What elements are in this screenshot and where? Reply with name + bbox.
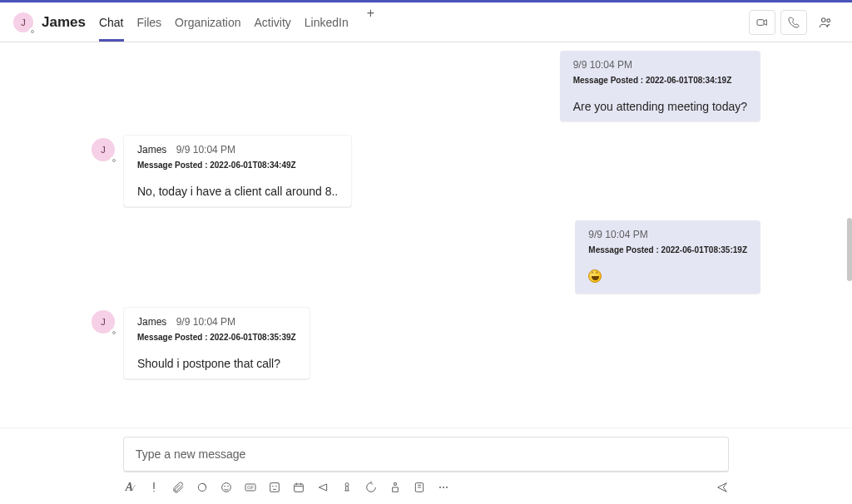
message-time: 9/9 10:04 PM: [588, 229, 747, 240]
presence-status-icon: [110, 329, 117, 336]
contact-name: James: [42, 14, 86, 31]
avatar-initial: J: [101, 317, 106, 327]
message-bubble[interactable]: 9/9 10:04 PM Message Posted : 2022-06-01…: [560, 51, 760, 121]
svg-rect-9: [270, 483, 280, 492]
avatar-initial: J: [101, 145, 106, 155]
message-text: Are you attending meeting today?: [573, 100, 747, 113]
loop-icon[interactable]: [196, 481, 209, 494]
svg-point-6: [228, 486, 229, 487]
message-out: 9/9 10:04 PM Message Posted : 2022-06-01…: [92, 51, 760, 121]
message-avatar[interactable]: J: [92, 310, 115, 334]
tab-organization[interactable]: Organization: [175, 6, 240, 39]
message-input[interactable]: Type a new message: [123, 437, 729, 472]
video-call-button[interactable]: [749, 10, 775, 35]
approvals-icon[interactable]: [389, 481, 402, 494]
tab-activity[interactable]: Activity: [254, 6, 290, 39]
viva-icon[interactable]: [413, 481, 426, 494]
laugh-emoji-icon: [588, 269, 602, 283]
message-posted-label: Message Posted : 2022-06-01T08:35:39Z: [137, 333, 296, 342]
tab-chat[interactable]: Chat: [99, 6, 124, 39]
stream-icon[interactable]: [316, 481, 329, 494]
message-author: James: [137, 144, 166, 156]
people-button[interactable]: [812, 10, 839, 35]
message-bubble[interactable]: James 9/9 10:04 PM Message Posted : 2022…: [123, 307, 310, 379]
message-bubble[interactable]: 9/9 10:04 PM Message Posted : 2022-06-01…: [575, 220, 760, 294]
message-in: J James 9/9 10:04 PM Message Posted : 20…: [92, 307, 760, 379]
svg-point-10: [273, 486, 274, 487]
message-text: No, today i have a client call around 8.…: [137, 185, 338, 198]
svg-rect-0: [757, 19, 764, 25]
sticker-icon[interactable]: [268, 481, 281, 494]
header-actions: [749, 10, 839, 35]
praise-icon[interactable]: [340, 481, 354, 494]
message-author: James: [137, 316, 166, 328]
emoji-icon[interactable]: [220, 481, 233, 494]
svg-point-17: [446, 487, 448, 488]
svg-point-1: [822, 17, 826, 22]
message-time: 9/9 10:04 PM: [573, 59, 747, 71]
attach-icon[interactable]: [171, 481, 185, 494]
message-meta: James 9/9 10:04 PM: [137, 144, 338, 156]
svg-point-13: [345, 483, 349, 487]
presence-status-icon: [28, 27, 37, 36]
svg-point-16: [443, 487, 444, 488]
svg-rect-12: [295, 484, 304, 492]
svg-point-4: [222, 483, 231, 492]
avatar-initial: J: [21, 17, 26, 27]
header-tabs: Chat Files Organization Activity LinkedI…: [99, 6, 374, 39]
priority-icon[interactable]: [147, 481, 161, 494]
message-bubble[interactable]: James 9/9 10:04 PM Message Posted : 2022…: [123, 135, 352, 207]
audio-call-button[interactable]: [780, 10, 807, 35]
message-time: 9/9 10:04 PM: [176, 144, 235, 156]
svg-point-15: [439, 487, 441, 488]
compose-area: Type a new message A∕ GIF: [0, 427, 852, 504]
add-tab-button[interactable]: +: [367, 6, 374, 39]
svg-text:GIF: GIF: [247, 486, 254, 490]
chat-scroll-area[interactable]: 9/9 10:04 PM Message Posted : 2022-06-01…: [0, 42, 852, 427]
svg-point-11: [276, 486, 277, 487]
updates-icon[interactable]: [364, 481, 378, 494]
send-button[interactable]: [716, 481, 729, 494]
scrollbar-thumb[interactable]: [847, 218, 852, 281]
chat-header: J James Chat Files Organization Activity…: [0, 2, 852, 42]
message-meta: James 9/9 10:04 PM: [137, 316, 296, 328]
message-emoji: [588, 269, 747, 285]
svg-point-5: [225, 486, 225, 487]
presence-status-icon: [110, 156, 117, 164]
message-text: Should i postpone that call?: [137, 357, 296, 370]
message-posted-label: Message Posted : 2022-06-01T08:35:19Z: [588, 245, 747, 254]
more-icon[interactable]: [437, 481, 450, 494]
message-out: 9/9 10:04 PM Message Posted : 2022-06-01…: [92, 220, 760, 294]
compose-toolbar: A∕ GIF: [123, 481, 729, 494]
tab-files[interactable]: Files: [137, 6, 162, 39]
message-posted-label: Message Posted : 2022-06-01T08:34:19Z: [573, 76, 747, 85]
gif-icon[interactable]: GIF: [244, 481, 257, 494]
format-icon[interactable]: A∕: [123, 481, 136, 494]
tab-linkedin[interactable]: LinkedIn: [305, 6, 349, 39]
message-in: J James 9/9 10:04 PM Message Posted : 20…: [92, 135, 760, 207]
svg-point-2: [827, 18, 830, 22]
message-posted-label: Message Posted : 2022-06-01T08:34:49Z: [137, 161, 338, 170]
message-time: 9/9 10:04 PM: [176, 316, 235, 328]
contact-avatar[interactable]: J: [13, 12, 33, 32]
message-avatar[interactable]: J: [92, 138, 115, 161]
schedule-send-icon[interactable]: [292, 481, 305, 494]
